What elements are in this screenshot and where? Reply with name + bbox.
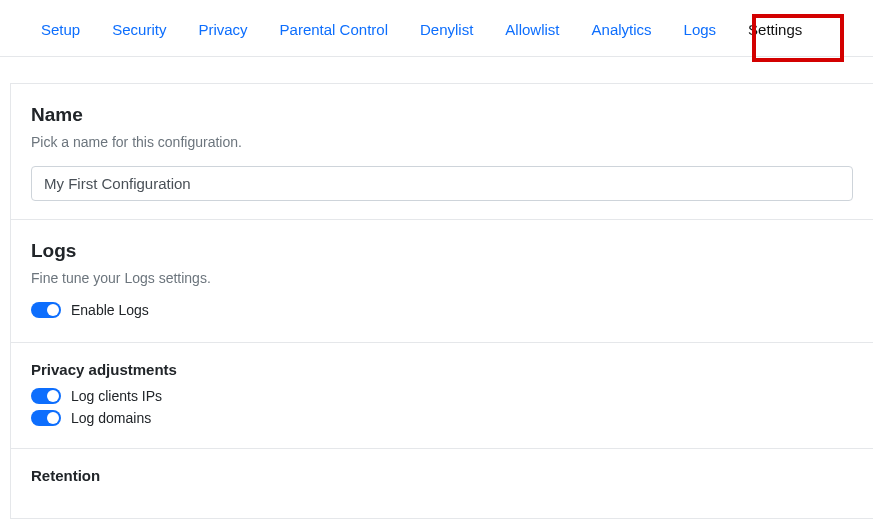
tab-logs[interactable]: Logs	[668, 3, 733, 54]
name-title: Name	[31, 104, 853, 126]
tab-analytics[interactable]: Analytics	[576, 3, 668, 54]
tab-privacy[interactable]: Privacy	[182, 3, 263, 54]
privacy-adjustments-section: Privacy adjustments Log clients IPs Log …	[11, 343, 873, 449]
retention-title: Retention	[31, 467, 853, 484]
tab-parental-control[interactable]: Parental Control	[264, 3, 404, 54]
tab-bar: Setup Security Privacy Parental Control …	[0, 0, 873, 57]
configuration-name-input[interactable]	[31, 166, 853, 201]
enable-logs-label: Enable Logs	[71, 302, 149, 318]
privacy-adjustments-title: Privacy adjustments	[31, 361, 853, 378]
log-domains-label: Log domains	[71, 410, 151, 426]
logs-description: Fine tune your Logs settings.	[31, 270, 853, 286]
tab-setup[interactable]: Setup	[25, 3, 96, 54]
log-clients-ips-label: Log clients IPs	[71, 388, 162, 404]
settings-panel: Name Pick a name for this configuration.…	[10, 83, 873, 519]
log-clients-ips-toggle[interactable]	[31, 388, 61, 404]
name-description: Pick a name for this configuration.	[31, 134, 853, 150]
enable-logs-toggle[interactable]	[31, 302, 61, 318]
enable-logs-row: Enable Logs	[31, 302, 853, 318]
tab-security[interactable]: Security	[96, 3, 182, 54]
logs-title: Logs	[31, 240, 853, 262]
tab-denylist[interactable]: Denylist	[404, 3, 489, 54]
tab-allowlist[interactable]: Allowlist	[489, 3, 575, 54]
logs-section: Logs Fine tune your Logs settings. Enabl…	[11, 220, 873, 343]
retention-section: Retention	[11, 449, 873, 518]
tab-settings[interactable]: Settings	[732, 3, 818, 54]
log-clients-ips-row: Log clients IPs	[31, 388, 853, 404]
name-section: Name Pick a name for this configuration.	[11, 84, 873, 220]
log-domains-toggle[interactable]	[31, 410, 61, 426]
log-domains-row: Log domains	[31, 410, 853, 426]
